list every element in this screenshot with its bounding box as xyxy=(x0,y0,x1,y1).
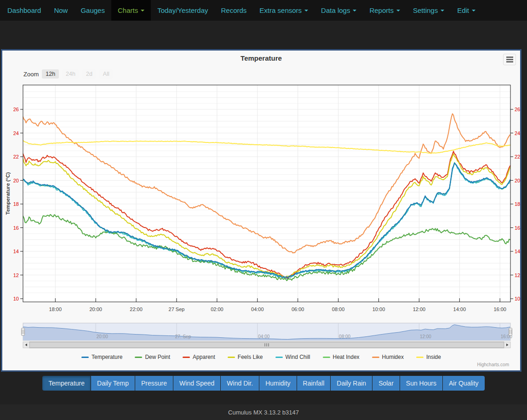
nav-item-label: Charts xyxy=(118,6,138,14)
tab-rainfall[interactable]: Rainfall xyxy=(297,376,331,391)
legend-label: Temperature xyxy=(92,354,122,360)
y-axis-label: 10 xyxy=(515,296,520,301)
nav-item-extra-sensors[interactable]: Extra sensors xyxy=(253,0,315,21)
tab-solar[interactable]: Solar xyxy=(372,376,400,391)
legend-item-heat-index[interactable]: Heat Index xyxy=(323,354,360,360)
chart-panel: Temperature Zoom 12h24h2dAll 10101212141… xyxy=(1,49,521,372)
tab-daily-rain[interactable]: Daily Rain xyxy=(331,376,372,391)
scrollbar-left-button[interactable] xyxy=(23,342,29,348)
nav-item-label: Data logs xyxy=(321,6,350,14)
zoom-controls: Zoom 12h24h2dAll xyxy=(23,69,113,79)
nav-item-now[interactable]: Now xyxy=(47,0,74,21)
y-axis-label: 12 xyxy=(515,272,520,278)
x-axis-label: 12:00 xyxy=(413,306,426,312)
chevron-down-icon xyxy=(304,10,308,11)
nav-item-label: Reports xyxy=(369,6,394,14)
nav-item-label: Today/Yesterday xyxy=(157,6,208,14)
zoom-button-24h[interactable]: 24h xyxy=(62,69,79,79)
legend-item-dew-point[interactable]: Dew Point xyxy=(135,354,170,360)
nav-item-label: Records xyxy=(221,6,247,14)
top-navbar: DashboardNowGaugesChartsToday/YesterdayR… xyxy=(0,0,527,21)
hamburger-icon xyxy=(506,57,513,58)
legend-item-temperature[interactable]: Temperature xyxy=(81,354,122,360)
legend-swatch-icon xyxy=(228,357,235,358)
nav-item-records[interactable]: Records xyxy=(215,0,253,21)
y-axis-label: 16 xyxy=(515,225,520,231)
zoom-button-all[interactable]: All xyxy=(99,69,113,79)
chart-context-menu-button[interactable] xyxy=(503,54,516,65)
x-axis-label: 08:00 xyxy=(332,306,345,312)
nav-item-charts[interactable]: Charts xyxy=(111,0,151,21)
legend-item-wind-chill[interactable]: Wind Chill xyxy=(275,354,310,360)
navigator-handle-left[interactable] xyxy=(22,328,25,335)
legend-swatch-icon xyxy=(323,357,330,358)
y-axis-label: 14 xyxy=(13,249,19,254)
legend-swatch-icon xyxy=(416,357,424,358)
legend-swatch-icon xyxy=(183,357,190,358)
hamburger-icon xyxy=(506,59,513,60)
nav-item-data-logs[interactable]: Data logs xyxy=(315,0,363,21)
legend-label: Apparent xyxy=(193,354,215,360)
nav-item-label: Extra sensors xyxy=(259,6,302,14)
nav-item-label: Edit xyxy=(457,6,469,14)
nav-item-today-yesterday[interactable]: Today/Yesterday xyxy=(151,0,214,21)
navigator-mask[interactable] xyxy=(23,323,510,341)
tab-humidity[interactable]: Humidity xyxy=(259,376,296,391)
chevron-down-icon xyxy=(441,10,444,11)
legend-item-inside[interactable]: Inside xyxy=(416,354,441,360)
y-axis-label: 14 xyxy=(515,249,520,254)
footer: Cumulus MX 3.13.2 b3147 xyxy=(0,404,527,420)
nav-item-reports[interactable]: Reports xyxy=(363,0,407,21)
nav-item-label: Gauges xyxy=(80,6,105,14)
legend-swatch-icon xyxy=(372,357,379,358)
y-axis-title: Temperature (°C) xyxy=(5,172,11,215)
tab-sun-hours[interactable]: Sun Hours xyxy=(400,376,442,391)
y-axis-label: 24 xyxy=(13,131,19,136)
nav-item-dashboard[interactable]: Dashboard xyxy=(1,0,47,21)
tab-daily-temp[interactable]: Daily Temp xyxy=(91,376,135,391)
legend-item-humidex[interactable]: Humidex xyxy=(372,354,404,360)
tab-wind-speed[interactable]: Wind Speed xyxy=(173,376,220,391)
x-axis-label: 06:00 xyxy=(292,306,304,312)
x-axis-label: 14:00 xyxy=(453,306,466,312)
legend-label: Feels Like xyxy=(238,354,263,360)
x-axis-label: 18:00 xyxy=(49,306,62,312)
legend-label: Wind Chill xyxy=(286,354,310,360)
nav-item-label: Now xyxy=(54,6,68,14)
x-axis-label: 16:00 xyxy=(493,306,506,312)
legend-item-feels-like[interactable]: Feels Like xyxy=(228,354,263,360)
y-axis-label: 10 xyxy=(13,296,19,301)
nav-item-label: Settings xyxy=(413,6,438,14)
nav-item-gauges[interactable]: Gauges xyxy=(74,0,111,21)
x-axis-label: 02:00 xyxy=(211,306,223,312)
nav-item-label: Dashboard xyxy=(7,6,41,14)
y-axis-label: 18 xyxy=(515,201,520,207)
y-axis-label: 18 xyxy=(13,201,19,207)
chart-title: Temperature xyxy=(2,54,520,62)
legend-item-apparent[interactable]: Apparent xyxy=(183,354,215,360)
chart-svg: 10101212141416161818202022222424262618:0… xyxy=(2,83,520,352)
chevron-down-icon xyxy=(472,10,475,11)
y-axis-label: 20 xyxy=(515,178,520,183)
y-axis-label: 24 xyxy=(515,131,520,136)
zoom-button-12h[interactable]: 12h xyxy=(42,69,59,79)
legend-swatch-icon xyxy=(135,357,142,358)
legend-label: Inside xyxy=(426,354,441,360)
x-axis-label: 27 Sep xyxy=(169,306,185,312)
nav-item-settings[interactable]: Settings xyxy=(407,0,451,21)
tab-pressure[interactable]: Pressure xyxy=(135,376,173,391)
tab-wind-dir[interactable]: Wind Dir. xyxy=(221,376,259,391)
zoom-label: Zoom xyxy=(23,71,39,78)
x-axis-label: 10:00 xyxy=(372,306,385,312)
tab-temperature[interactable]: Temperature xyxy=(42,376,91,391)
legend-swatch-icon xyxy=(81,357,89,358)
scrollbar-right-button[interactable] xyxy=(504,342,510,348)
nav-item-edit[interactable]: Edit xyxy=(451,0,482,21)
zoom-button-2d[interactable]: 2d xyxy=(82,69,96,79)
navigator-handle-right[interactable] xyxy=(509,328,512,335)
legend-swatch-icon xyxy=(275,357,283,358)
y-axis-label: 26 xyxy=(13,107,19,112)
chart-tabs: TemperatureDaily TempPressureWind SpeedW… xyxy=(0,376,527,391)
highcharts-credit[interactable]: Highcharts.com xyxy=(477,362,509,367)
tab-air-quality[interactable]: Air Quality xyxy=(443,376,485,391)
